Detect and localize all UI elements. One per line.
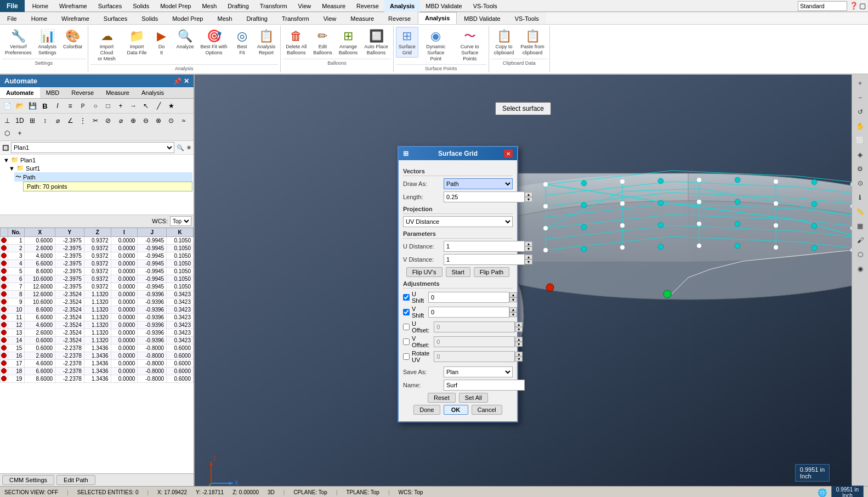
menu-vs-tools[interactable]: VS-Tools [468,0,503,12]
tab-analysis[interactable]: Analysis [418,12,457,24]
edit-path-button[interactable]: Edit Path [56,475,95,485]
auto-place-balloons-button[interactable]: 🔲 Auto PlaceBalloons [361,27,391,58]
tab-drafting[interactable]: Drafting [239,12,275,24]
tab-automate[interactable]: Automate [0,87,40,98]
tb-t2-8[interactable]: ✂ [89,115,101,127]
dynamic-surface-point-button[interactable]: ◉ DynamicSurface Point [419,27,452,63]
tab-wireframe[interactable]: Wireframe [54,12,97,24]
v-distance-up[interactable]: ▲ [525,255,532,259]
menu-wireframe[interactable]: Wireframe [54,0,93,12]
projection-select[interactable]: UV Distance Normal Ray [403,216,513,227]
close-panel-icon[interactable]: ✕ [184,77,189,85]
edit-balloons-button[interactable]: ✏ EditBalloons [310,27,335,58]
set-all-button[interactable]: Set All [459,393,488,403]
table-row[interactable]: 10.6000-2.39750.93720.0000-0.99450.1050 [1,237,194,245]
cmm-settings-button[interactable]: CMM Settings [2,475,54,485]
ok-button[interactable]: OK [444,405,468,415]
tb-t2-11[interactable]: ⊕ [127,115,139,127]
analysis-report-button[interactable]: 📋 AnalysisReport [254,27,279,58]
menu-model-prep[interactable]: Model Prep [155,0,196,12]
table-row[interactable]: 162.6000-2.23781.34360.0000-0.80000.6000 [1,352,194,360]
length-input[interactable] [444,191,525,202]
rt-zoom-in[interactable]: + [854,77,867,90]
tree-path[interactable]: 〜 Path [14,172,192,182]
best-fit-button[interactable]: ◎ BestFit [231,27,253,58]
paste-from-clipboard-button[interactable]: 📋 Paste fromclipboard [518,27,547,58]
rt-zoom-out[interactable]: − [854,91,867,104]
save-as-select[interactable]: Plan Layer Group [444,366,513,377]
length-spin-up[interactable]: ▲ [525,192,532,197]
v-shift-down[interactable]: ▼ [509,312,517,317]
menu-drafting[interactable]: Drafting [222,0,254,12]
tb-list[interactable]: ≡ [64,100,76,112]
rt-pan[interactable]: ✋ [854,120,867,133]
tb-star[interactable]: ★ [165,100,177,112]
copy-to-clipboard-button[interactable]: 📋 Copy toclipboard [491,27,517,58]
tab-vs-tools[interactable]: VS-Tools [508,12,546,24]
tb-line[interactable]: ╱ [152,100,164,112]
table-row[interactable]: 150.6000-2.23781.34360.0000-0.80000.6000 [1,344,194,352]
menu-analysis[interactable]: Analysis [384,0,420,12]
tb-t2-14[interactable]: ⊙ [165,115,177,127]
tab-transform[interactable]: Transform [275,12,316,24]
menu-reverse[interactable]: Reverse [351,0,384,12]
start-button[interactable]: Start [446,267,470,277]
u-shift-down[interactable]: ▼ [509,297,517,302]
dialog-close-button[interactable]: ✕ [504,149,513,158]
u-distance-input[interactable] [444,241,525,252]
v-shift-input[interactable] [428,307,509,318]
tb-t2-15[interactable]: ≈ [178,115,190,127]
draw-as-select[interactable]: Path Points Lines [444,178,513,189]
table-row[interactable]: 174.6000-2.23781.34360.0000-0.80000.6000 [1,360,194,368]
menu-solids[interactable]: Solids [127,0,155,12]
tb-t2-16[interactable]: ⬡ [1,127,13,139]
search-plan-icon[interactable]: 🔍 [177,144,184,151]
surface-grid-button[interactable]: ⊞ SurfaceGrid [396,27,418,58]
table-row[interactable]: 34.6000-2.39750.93720.0000-0.99450.1050 [1,252,194,260]
delete-all-balloons-button[interactable]: 🗑 Delete AllBalloons [283,27,309,58]
plan-select[interactable]: Plan1 [11,142,174,153]
tb-save[interactable]: 💾 [26,100,38,112]
tb-t2-2[interactable]: 1D [14,115,26,127]
u-shift-checkbox[interactable] [403,294,410,301]
menu-mesh[interactable]: Mesh [196,0,222,12]
analyze-button[interactable]: 🔍 Analyze [174,27,197,52]
tb-path[interactable]: P [77,100,89,112]
tb-t2-9[interactable]: ⊘ [102,115,114,127]
tab-reverse[interactable]: Reverse [381,12,418,24]
v-shift-up[interactable]: ▲ [509,307,517,312]
u-offset-down[interactable]: ▼ [515,327,523,332]
u-distance-up[interactable]: ▲ [525,241,532,246]
u-shift-input[interactable] [428,292,509,303]
table-row[interactable]: 124.6000-2.35241.13200.0000-0.93960.3423 [1,321,194,329]
tb-t2-7[interactable]: ⋮ [77,115,89,127]
tb-new[interactable]: 📄 [1,100,13,112]
tab-mbd-validate[interactable]: MBD Validate [457,12,507,24]
rt-measure[interactable]: 📏 [854,205,867,218]
rt-section[interactable]: ▦ [854,219,867,233]
table-row[interactable]: 108.6000-2.35241.13200.0000-0.93960.3423 [1,306,194,314]
tab-analysis-panel[interactable]: Analysis [135,87,170,98]
tb-t2-4[interactable]: ↕ [39,115,51,127]
rotate-uv-input[interactable] [434,351,515,362]
rt-rotate[interactable]: ↺ [854,105,867,118]
colorbar-button[interactable]: 🎨 ColorBar [60,27,86,52]
table-row[interactable]: 58.6000-2.39750.93720.0000-0.99450.1050 [1,268,194,275]
rotate-uv-checkbox[interactable] [403,353,410,360]
table-row[interactable]: 198.6000-2.23781.34360.0000-0.80000.6000 [1,375,194,383]
tb-t2-3[interactable]: ⊞ [26,115,38,127]
analysis-settings-button[interactable]: 📊 AnalysisSettings [36,27,60,58]
v-shift-label[interactable]: V Shift [412,306,424,319]
tab-home[interactable]: Home [24,12,54,24]
menu-surfaces[interactable]: Surfaces [93,0,127,12]
tab-surfaces[interactable]: Surfaces [97,12,134,24]
tb-t2-5[interactable]: ⌀ [52,115,64,127]
table-row[interactable]: 132.6000-2.35241.13200.0000-0.93960.3423 [1,329,194,337]
tb-open[interactable]: 📂 [14,100,26,112]
globe-icon[interactable]: 🌐 [818,488,827,497]
tb-t2-13[interactable]: ⊗ [152,115,164,127]
table-row[interactable]: 116.6000-2.35241.13200.0000-0.93960.3423 [1,314,194,321]
u-offset-input[interactable] [434,321,515,332]
import-data-file-button[interactable]: 📁 ImportData File [124,27,150,58]
tab-view[interactable]: View [316,12,344,24]
